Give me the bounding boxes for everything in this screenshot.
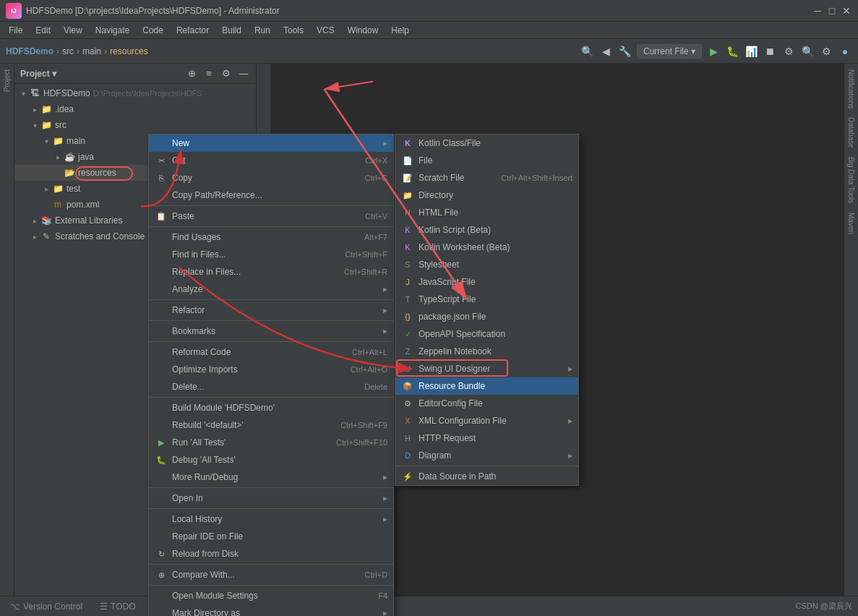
sub-editorconfig[interactable]: ⚙ EditorConfig File: [395, 395, 578, 412]
ctx-build-module[interactable]: Build Module 'HDFSDemo': [149, 399, 393, 416]
ctx-replace-files[interactable]: Replace in Files... Ctrl+Shift+R: [149, 263, 393, 281]
tree-root[interactable]: ▾ 🏗 HDFSDemo D:\Projects\IdeaProjects\HD…: [14, 85, 256, 101]
settings-icon[interactable]: ⚙: [781, 44, 796, 59]
sub-kotlin-worksheet[interactable]: K Kotlin Worksheet (Beta): [395, 239, 578, 256]
sub-xml-config[interactable]: X XML Configuration File ▸: [395, 412, 578, 429]
run-with-coverage-icon[interactable]: 📊: [744, 44, 758, 59]
expand-java[interactable]: ▸: [52, 151, 64, 163]
ctx-reload[interactable]: ↻ Reload from Disk: [149, 545, 393, 562]
menu-vcs[interactable]: VCS: [311, 24, 340, 37]
sub-kotlin-class[interactable]: K Kotlin Class/File: [395, 134, 578, 152]
stop-icon[interactable]: ⏹: [763, 44, 777, 59]
search-everywhere-icon[interactable]: 🔍: [580, 44, 595, 59]
menu-tools[interactable]: Tools: [278, 24, 309, 37]
tree-src[interactable]: ▾ 📁 src: [14, 117, 256, 133]
tree-idea[interactable]: ▸ 📁 .idea: [14, 101, 256, 117]
navigate-forward-icon[interactable]: 🔧: [618, 44, 632, 59]
search-icon[interactable]: 🔍: [800, 44, 815, 59]
breadcrumb-resources[interactable]: resources: [110, 46, 148, 56]
sub-typescript[interactable]: T TypeScript File: [395, 291, 578, 308]
maximize-button[interactable]: □: [826, 5, 838, 17]
ctx-optimize[interactable]: Optimize Imports Ctrl+Alt+O: [149, 361, 393, 378]
menu-build[interactable]: Build: [216, 24, 247, 37]
database-strip[interactable]: Database: [846, 114, 857, 151]
menu-view[interactable]: View: [58, 24, 88, 37]
ctx-reformat[interactable]: Reformat Code Ctrl+Alt+L: [149, 343, 393, 361]
expand-test[interactable]: ▸: [40, 183, 52, 194]
menu-help[interactable]: Help: [385, 24, 415, 37]
panel-scroll-icon[interactable]: ⊕: [185, 67, 198, 80]
sub-package-json[interactable]: {} package.json File: [395, 308, 578, 325]
ctx-paste[interactable]: 📋 Paste Ctrl+V: [149, 208, 393, 225]
ctx-find-files[interactable]: Find in Files... Ctrl+Shift+F: [149, 246, 393, 263]
sub-directory[interactable]: 📁 Directory: [395, 187, 578, 204]
current-file-dropdown[interactable]: Current File ▾: [637, 44, 702, 59]
sub-zeppelin[interactable]: Z Zeppelin Notebook: [395, 343, 578, 360]
expand-ext-libs[interactable]: ▸: [29, 215, 40, 226]
sub-datasource[interactable]: ⚡ Data Source in Path: [395, 468, 578, 485]
run-icon[interactable]: ▶: [706, 44, 721, 59]
breadcrumb-project[interactable]: HDFSDemo: [6, 46, 53, 56]
ctx-open-in[interactable]: Open In ▸: [149, 489, 393, 507]
ctx-more-run[interactable]: More Run/Debug ▸: [149, 469, 393, 486]
panel-close-icon[interactable]: —: [237, 67, 250, 80]
debug-icon[interactable]: 🐛: [725, 44, 739, 59]
sub-resource-bundle[interactable]: 📦 Resource Bundle: [395, 377, 578, 395]
sub-kotlin-script[interactable]: K Kotlin Script (Beta): [395, 221, 578, 239]
ctx-copy-path[interactable]: Copy Path/Reference...: [149, 187, 393, 204]
sub-stylesheet[interactable]: S Stylesheet: [395, 256, 578, 273]
expand-main[interactable]: ▾: [40, 135, 52, 147]
sub-http[interactable]: H HTTP Request: [395, 429, 578, 447]
intellij-icon[interactable]: ●: [838, 44, 852, 59]
minimize-button[interactable]: ─: [812, 5, 823, 17]
tab-version-control[interactable]: ⌥ Version Control: [6, 600, 87, 613]
expand-idea[interactable]: ▸: [29, 103, 40, 115]
ctx-new[interactable]: New ▸: [149, 134, 393, 152]
expand-resources[interactable]: [52, 167, 64, 179]
expand-src[interactable]: ▾: [29, 119, 40, 131]
ctx-debug-tests[interactable]: 🐛 Debug 'All Tests': [149, 451, 393, 469]
menu-window[interactable]: Window: [342, 24, 385, 37]
ctx-find-usages[interactable]: Find Usages Alt+F7: [149, 228, 393, 246]
menu-edit[interactable]: Edit: [30, 24, 56, 37]
ctx-local-history[interactable]: Local History ▸: [149, 510, 393, 528]
project-strip-label[interactable]: Project: [1, 67, 12, 95]
ctx-delete[interactable]: Delete... Delete: [149, 378, 393, 395]
menu-code[interactable]: Code: [137, 24, 169, 37]
menu-refactor[interactable]: Refactor: [171, 24, 215, 37]
ctx-copy[interactable]: ⎘ Copy Ctrl+C: [149, 169, 393, 187]
ctx-analyze[interactable]: Analyze ▸: [149, 281, 393, 298]
sub-diagram[interactable]: D Diagram ▸: [395, 447, 578, 464]
menu-run[interactable]: Run: [249, 24, 276, 37]
ctx-repair-ide[interactable]: Repair IDE on File: [149, 528, 393, 545]
ctx-refactor[interactable]: Refactor ▸: [149, 301, 393, 319]
tab-todo[interactable]: ☰ TODO: [95, 600, 140, 613]
sub-javascript[interactable]: J JavaScript File: [395, 273, 578, 291]
expand-pom[interactable]: [40, 199, 52, 210]
bigdata-strip[interactable]: Big Data Tools: [846, 154, 857, 206]
close-button[interactable]: ✕: [841, 5, 852, 17]
breadcrumb-src[interactable]: src: [62, 46, 74, 56]
ctx-compare[interactable]: ⊕ Compare With... Ctrl+D: [149, 566, 393, 583]
ctx-mark-dir[interactable]: Mark Directory as ▸: [149, 604, 393, 616]
sub-scratch-file[interactable]: 📝 Scratch File Ctrl+Alt+Shift+Insert: [395, 169, 578, 187]
breadcrumb-main[interactable]: main: [82, 46, 101, 56]
ctx-bookmarks[interactable]: Bookmarks ▸: [149, 322, 393, 340]
sub-swing[interactable]: U Swing UI Designer ▸: [395, 360, 578, 377]
panel-collapse-icon[interactable]: ≡: [202, 67, 215, 80]
ctx-cut[interactable]: ✂ Cut Ctrl+X: [149, 152, 393, 169]
ctx-run-tests[interactable]: ▶ Run 'All Tests' Ctrl+Shift+F10: [149, 434, 393, 451]
window-controls[interactable]: ─ □ ✕: [812, 5, 852, 17]
menu-navigate[interactable]: Navigate: [90, 24, 135, 37]
expand-root[interactable]: ▾: [17, 87, 29, 99]
maven-strip[interactable]: Maven: [846, 210, 857, 237]
navigate-back-icon[interactable]: ◀: [599, 44, 614, 59]
ctx-module-settings[interactable]: Open Module Settings F4: [149, 587, 393, 604]
notifications-strip[interactable]: Notifications: [846, 67, 857, 111]
sub-openapi[interactable]: ✓ OpenAPI Specification: [395, 325, 578, 343]
menu-file[interactable]: File: [3, 24, 28, 37]
ctx-rebuild[interactable]: Rebuild '<default>' Ctrl+Shift+F9: [149, 416, 393, 434]
gear-icon[interactable]: ⚙: [819, 44, 833, 59]
sub-file[interactable]: 📄 File: [395, 152, 578, 169]
expand-scratches[interactable]: ▸: [29, 231, 40, 242]
